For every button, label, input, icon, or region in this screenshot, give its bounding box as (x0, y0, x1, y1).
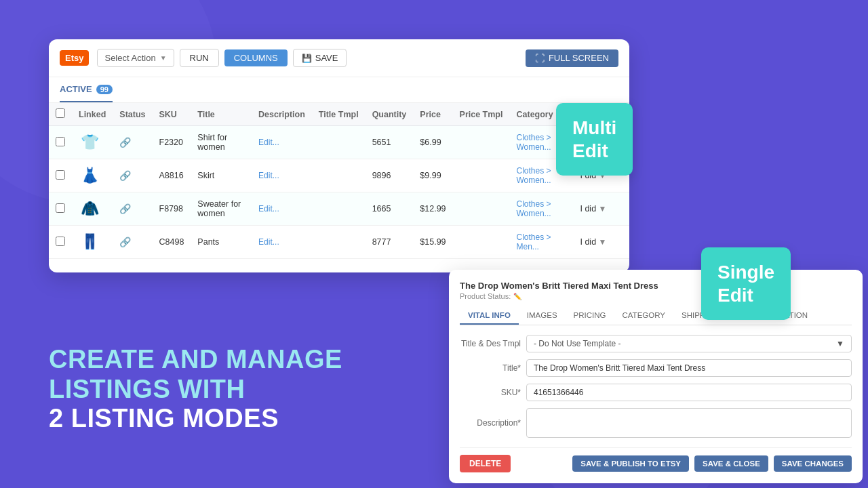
form-row-title: Title* (460, 359, 852, 377)
row-checkbox-cell (49, 192, 72, 226)
row-who-make: I did ▼ (573, 226, 629, 259)
run-button[interactable]: RUN (180, 49, 219, 67)
multi-edit-label: Multi Edit (556, 103, 633, 176)
th-status: Status (113, 103, 152, 126)
tabs-row: ACTIVE 99 (49, 77, 629, 103)
who-make-chevron-icon[interactable]: ▼ (599, 237, 607, 247)
row-category: Clothes > Men... (509, 226, 573, 259)
th-price: Price (413, 103, 452, 126)
row-description: Edit... (252, 126, 312, 159)
row-price-tmpl (453, 226, 510, 259)
edit-link[interactable]: Edit... (258, 204, 279, 214)
row-category: Clothes > Women... (509, 192, 573, 226)
row-linked: 🔗 (113, 192, 152, 226)
category-link[interactable]: Clothes > Men... (516, 232, 551, 251)
who-make-value: I did (580, 204, 596, 214)
product-image: 👕 (79, 131, 100, 153)
select-chevron-icon: ▼ (836, 339, 844, 348)
promo-line3: 2 LISTING MODES (49, 404, 342, 434)
label-description: Description* (460, 418, 521, 428)
row-price: $12.99 (413, 192, 452, 226)
tab-active-badge: 99 (96, 85, 113, 94)
link-icon[interactable]: 🔗 (119, 137, 131, 148)
row-checkbox-1[interactable] (56, 170, 65, 180)
th-title: Title (191, 103, 252, 126)
select-action-label: Select Action (104, 53, 155, 63)
columns-button[interactable]: COLUMNS (224, 49, 288, 66)
se-product-title: The Drop Women's Britt Tiered Maxi Tent … (460, 281, 852, 291)
single-edit-line2: Edit (717, 284, 774, 307)
description-textarea[interactable] (526, 408, 852, 438)
fullscreen-icon (535, 53, 545, 64)
link-icon[interactable]: 🔗 (119, 237, 131, 247)
th-linked: Linked (72, 103, 113, 126)
row-checkbox-0[interactable] (56, 137, 65, 146)
th-quantity: Quantity (366, 103, 414, 126)
table-row: 👖 🔗 C8498 Pants Edit... 8777 $15.99 Clot… (49, 226, 629, 259)
select-all-checkbox[interactable] (56, 108, 65, 118)
tab-pricing[interactable]: PRICING (566, 307, 614, 325)
row-title-tmpl (312, 126, 366, 159)
chevron-down-icon: ▼ (160, 54, 167, 62)
save-publish-button[interactable]: SAVE & PUBLISH TO ETSY (572, 455, 689, 472)
se-footer: DELETE SAVE & PUBLISH TO ETSY SAVE & CLO… (460, 447, 852, 472)
tab-active[interactable]: ACTIVE 99 (60, 77, 113, 102)
row-quantity: 8777 (366, 226, 414, 259)
se-status-label: Product Status: (460, 292, 511, 300)
tab-vital-info[interactable]: VITAL INFO (460, 307, 519, 325)
row-title: Shirt for women (191, 126, 252, 159)
row-sku: F2320 (153, 126, 191, 159)
title-input[interactable] (526, 359, 852, 377)
tab-category[interactable]: CATEGORY (614, 307, 673, 325)
row-sku: A8816 (153, 159, 191, 192)
row-title: Sweater for women (191, 192, 252, 226)
fullscreen-button[interactable]: FULL SCREEN (526, 49, 618, 67)
row-img: 👗 (72, 159, 113, 192)
category-link[interactable]: Clothes > Women... (516, 133, 551, 152)
save-label: SAVE (315, 53, 338, 63)
delete-button[interactable]: DELETE (460, 455, 511, 472)
row-description: Edit... (252, 159, 312, 192)
row-title-tmpl (312, 159, 366, 192)
row-checkbox-2[interactable] (56, 203, 65, 213)
row-sku: C8498 (153, 226, 191, 259)
edit-link[interactable]: Edit... (258, 171, 279, 180)
row-price: $15.99 (413, 226, 452, 259)
edit-link[interactable]: Edit... (258, 237, 279, 247)
multi-edit-line1: Multi (572, 117, 616, 140)
pencil-icon[interactable] (513, 292, 521, 300)
row-checkbox-3[interactable] (56, 237, 65, 246)
edit-link[interactable]: Edit... (258, 138, 279, 147)
table-row: 👗 🔗 A8816 Skirt Edit... 9896 $9.99 Cloth… (49, 159, 629, 192)
category-link[interactable]: Clothes > Women... (516, 199, 551, 218)
who-make-chevron-icon[interactable]: ▼ (599, 204, 607, 214)
multi-edit-panel: Etsy Select Action ▼ RUN COLUMNS SAVE FU… (49, 39, 629, 272)
row-linked: 🔗 (113, 226, 152, 259)
save-button[interactable]: SAVE (293, 49, 347, 67)
th-checkbox (49, 103, 72, 126)
title-des-tmpl-select[interactable]: - Do Not Use Template - ▼ (526, 335, 852, 352)
product-table-wrapper: Linked Status SKU Title Description Titl… (49, 103, 629, 259)
title-des-tmpl-value: - Do Not Use Template - (534, 339, 621, 348)
link-icon[interactable]: 🔗 (119, 203, 131, 214)
row-img: 👖 (72, 226, 113, 259)
category-link[interactable]: Clothes > Women... (516, 166, 551, 185)
save-close-button[interactable]: SAVE & CLOSE (694, 455, 768, 472)
row-price-tmpl (453, 159, 510, 192)
save-changes-button[interactable]: SAVE CHANGES (774, 455, 852, 472)
row-quantity: 5651 (366, 126, 414, 159)
label-title: Title* (460, 363, 521, 373)
row-price-tmpl (453, 192, 510, 226)
th-sku: SKU (153, 103, 191, 126)
select-action-dropdown[interactable]: Select Action ▼ (97, 49, 174, 67)
form-row-title-des-tmpl: Title & Des Tmpl - Do Not Use Template -… (460, 335, 852, 352)
floppy-disk-icon (302, 53, 312, 63)
promo-line1: CREATE AND MANAGE (49, 345, 342, 375)
row-quantity: 1665 (366, 192, 414, 226)
row-checkbox-cell (49, 126, 72, 159)
tab-images[interactable]: IMAGES (519, 307, 566, 325)
sku-input[interactable] (526, 384, 852, 401)
link-icon[interactable]: 🔗 (119, 170, 131, 181)
row-title: Pants (191, 226, 252, 259)
label-title-des-tmpl: Title & Des Tmpl (460, 339, 521, 348)
